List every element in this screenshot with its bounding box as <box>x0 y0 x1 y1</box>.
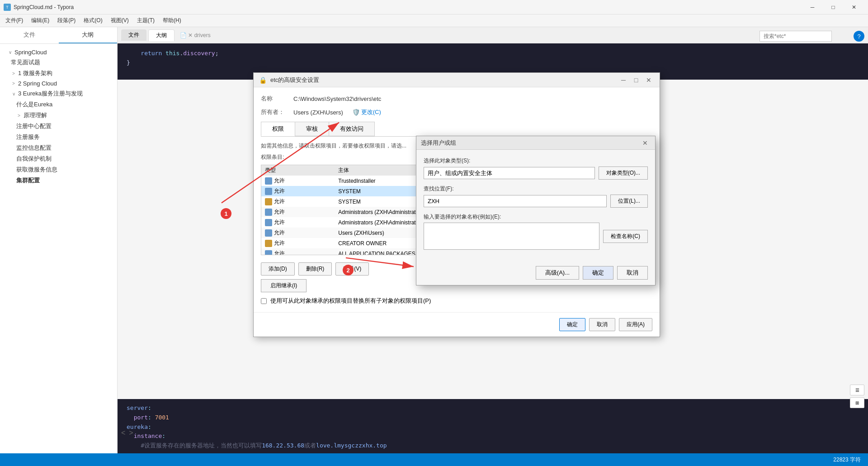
menu-file[interactable]: 文件(F) <box>2 16 27 25</box>
tab-effective-access[interactable]: 有效访问 <box>329 122 375 136</box>
add-button[interactable]: 添加(D) <box>261 262 295 276</box>
list-view-button[interactable]: ☰ <box>850 385 864 395</box>
title-bar: T SpringCloud.md - Typora ─ □ ✕ <box>0 0 868 14</box>
select-user-title: 选择用户或组 <box>421 139 456 147</box>
editor-tab-outline[interactable]: 大纲 <box>148 29 175 41</box>
menu-help[interactable]: 帮助(H) <box>159 16 185 25</box>
delete-button[interactable]: 删除(R) <box>298 262 332 276</box>
location-button[interactable]: 位置(L)... <box>610 195 648 208</box>
location-label: 查找位置(F): <box>424 185 648 193</box>
minimize-button[interactable]: ─ <box>802 0 823 14</box>
perm-type-1: 允许 <box>274 188 285 194</box>
code-line-1: return this.discovery; <box>127 49 859 58</box>
perm-icon-4 <box>265 219 272 226</box>
annotation-1: 1 <box>221 208 231 219</box>
dialog-cancel-button[interactable]: 取消 <box>589 318 615 331</box>
path-label: 名称 <box>261 95 288 103</box>
sidebar-item-springcloud-label: 2 Spring Cloud <box>18 80 57 87</box>
replace-children-checkbox[interactable] <box>261 298 267 304</box>
title-bar-left: T SpringCloud.md - Typora <box>4 4 74 11</box>
dialog-security-minimize[interactable]: ─ <box>618 75 629 86</box>
perm-icon-6 <box>265 240 272 247</box>
perm-type-4: 允许 <box>274 219 285 225</box>
menu-edit[interactable]: 编辑(E) <box>28 16 53 25</box>
select-user-footer: 高级(A)... 确定 取消 <box>416 262 655 285</box>
sidebar-item-what-is-eureka[interactable]: 什么是Eureka <box>0 99 117 110</box>
object-type-row: 选择此对象类型(S): 对象类型(O)... <box>424 157 648 180</box>
menu-view[interactable]: 视图(V) <box>107 16 132 25</box>
tree-root[interactable]: ∨ SpringCloud <box>0 48 117 57</box>
sidebar-item-register-service[interactable]: 注册服务 <box>0 132 117 143</box>
sidebar-item-microservice[interactable]: > 1 微服务架构 <box>0 68 117 79</box>
perm-icon-2 <box>265 198 272 205</box>
change-owner-link[interactable]: 更改(C) <box>361 108 381 116</box>
sidebar-item-get-service-info[interactable]: 获取微服务信息 <box>0 164 117 175</box>
dialog-path-row: 名称 C:\Windows\System32\drivers\etc <box>261 95 652 103</box>
perm-icon-7 <box>265 250 272 255</box>
sidebar-item-registry-config[interactable]: 注册中心配置 <box>0 121 117 132</box>
tab-outline[interactable]: 大纲 <box>59 27 118 43</box>
sidebar-item-eureka[interactable]: ∨ 3 Eureka服务注册与发现 <box>0 88 117 99</box>
dialog-select-user: 选择用户或组 ✕ 选择此对象类型(S): 对象类型(O)... 查找位置(F): <box>416 136 656 285</box>
sidebar-item-principle-label: 原理理解 <box>24 111 47 119</box>
dialog-security-close[interactable]: ✕ <box>643 75 654 86</box>
grid-view-button[interactable]: ⊞ <box>850 397 864 408</box>
annotation-2: 2 <box>343 265 354 276</box>
maximize-button[interactable]: □ <box>823 0 844 14</box>
object-name-input-row: 检查名称(C) <box>424 223 648 250</box>
sidebar-item-principle[interactable]: > 原理理解 <box>0 110 117 121</box>
app-title: SpringCloud.md - Typora <box>14 4 74 10</box>
search-input[interactable] <box>760 31 832 42</box>
sidebar-item-self-protect[interactable]: 自我保护机制 <box>0 153 117 164</box>
help-button[interactable]: ? <box>854 31 864 42</box>
perm-type-7: 允许 <box>274 250 285 255</box>
editor-tab-file[interactable]: 文件 <box>121 29 146 41</box>
menu-theme[interactable]: 主题(T) <box>133 16 158 25</box>
menu-format[interactable]: 格式(O) <box>80 16 106 25</box>
object-name-row: 输入要选择的对象名称(例如)(E): 检查名称(C) <box>424 213 648 250</box>
location-input-row: 位置(L)... <box>424 195 648 208</box>
chevron-right-icon-1: > <box>11 71 16 76</box>
editor-area: 文件 大纲 📄 ✕ drivers return this.discovery;… <box>118 27 868 453</box>
perm-type-6: 允许 <box>274 240 285 246</box>
su-ok-button[interactable]: 确定 <box>583 266 613 280</box>
content-area: 文件 大纲 ∨ SpringCloud 常见面试题 > 1 微服务架构 > 2 … <box>0 27 868 453</box>
object-name-textarea[interactable] <box>424 223 599 250</box>
location-input[interactable] <box>424 195 607 207</box>
advanced-button[interactable]: 高级(A)... <box>536 266 579 280</box>
select-user-close[interactable]: ✕ <box>640 138 651 148</box>
sidebar-item-faq[interactable]: 常见面试题 <box>0 57 117 68</box>
dialog-tabs-row: 权限 审核 有效访问 <box>261 122 652 137</box>
sidebar-item-monitor-config[interactable]: 监控信息配置 <box>0 143 117 153</box>
owner-value: Users (ZXH\Users) <box>293 109 343 116</box>
inherit-button[interactable]: 启用继承(I) <box>261 279 307 292</box>
select-user-titlebar: 选择用户或组 ✕ <box>416 136 655 150</box>
chevron-right-icon-4: > <box>16 113 22 118</box>
code-line-2: } <box>127 58 859 68</box>
chevron-right-icon-2: > <box>11 81 16 86</box>
object-type-input[interactable] <box>424 167 595 179</box>
nav-forward-button[interactable]: > <box>129 429 133 437</box>
tab-file[interactable]: 文件 <box>0 27 59 43</box>
object-type-button[interactable]: 对象类型(O)... <box>599 166 648 180</box>
close-button[interactable]: ✕ <box>844 0 864 14</box>
tab-permissions[interactable]: 权限 <box>261 122 295 136</box>
tab-audit[interactable]: 审核 <box>295 122 329 136</box>
sidebar-item-cluster-config[interactable]: 集群配置 <box>0 175 117 186</box>
dialog-ok-button[interactable]: 确定 <box>559 318 585 331</box>
check-name-button[interactable]: 检查名称(C) <box>603 230 648 243</box>
dialog-security-maximize[interactable]: □ <box>631 75 642 86</box>
su-cancel-button[interactable]: 取消 <box>617 266 648 280</box>
word-count: 22823 字符 <box>833 456 861 464</box>
menu-paragraph[interactable]: 段落(P) <box>54 16 79 25</box>
dialog-security-title: etc的高级安全设置 <box>270 76 319 84</box>
object-type-label: 选择此对象类型(S): <box>424 157 648 165</box>
select-user-body: 选择此对象类型(S): 对象类型(O)... 查找位置(F): 位置(L)... <box>416 150 655 262</box>
dialog-apply-button[interactable]: 应用(A) <box>619 318 652 331</box>
app-icon: T <box>4 4 11 11</box>
col-type: 类型 <box>261 165 335 176</box>
nav-back-button[interactable]: < <box>121 429 125 437</box>
sidebar-item-springcloud[interactable]: > 2 Spring Cloud <box>0 79 117 88</box>
perm-icon-0 <box>265 177 272 185</box>
dialog-security-titlebar: 🔒 etc的高级安全设置 ─ □ ✕ <box>254 73 660 87</box>
